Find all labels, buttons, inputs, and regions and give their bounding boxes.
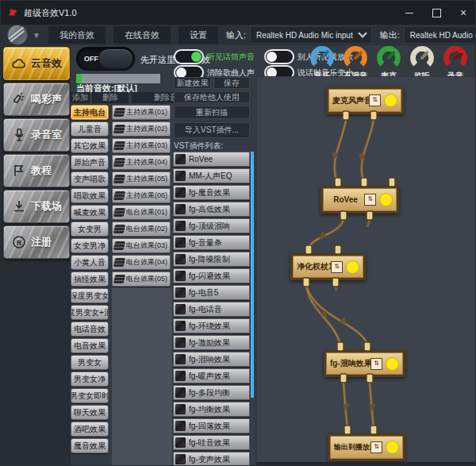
minimize-button[interactable] (396, 1, 423, 25)
category-button[interactable]: 儿童音 (71, 121, 109, 137)
sidebar-item-tutorial[interactable]: 教程 (3, 154, 70, 187)
preset-item[interactable]: 电台效果(01) (112, 205, 171, 220)
vst-scrollbar-track[interactable] (251, 152, 254, 466)
sort-arrows-icon[interactable]: ⇅ (369, 94, 381, 106)
input-device-select[interactable]: Realtek HD Audio Mic input (250, 26, 372, 44)
rescan-button[interactable]: 重新扫描 (174, 106, 250, 119)
import-vst-button[interactable]: 导入VST插件... (174, 122, 250, 138)
preset-item[interactable]: 主持效果(04) (112, 155, 171, 170)
vst-plugin-item[interactable]: fg-电音5 (173, 285, 250, 300)
category-button[interactable]: 唱歌效果 (71, 188, 109, 203)
toggle-hear-mic[interactable] (174, 49, 204, 64)
preset-item[interactable]: 电台效果(05) (112, 272, 171, 287)
category-button[interactable]: 其它效果 (71, 138, 109, 153)
node-purify-staff[interactable]: 净化权杖1 ⇅ (290, 253, 366, 280)
category-button[interactable]: 原始声音 (71, 155, 109, 170)
category-button[interactable]: 女变男净 (71, 238, 109, 253)
category-button[interactable]: 小黄人音 (71, 255, 109, 270)
chevron-down-icon[interactable]: ▼ (33, 31, 40, 40)
preset-item[interactable]: 主持效果(05) (112, 171, 171, 187)
node-indicator[interactable] (386, 357, 399, 371)
sidebar-item-cloud-effects[interactable]: 云音效 (3, 47, 70, 80)
node-rovee[interactable]: RoVee ⇅ (321, 186, 399, 214)
category-button[interactable]: 深度男变女 (71, 288, 109, 303)
sort-arrows-icon[interactable]: ⇅ (370, 358, 382, 370)
vst-plugin-item[interactable]: MM-人声EQ (173, 168, 250, 183)
vst-plugin-item[interactable]: fg-高低效果 (173, 202, 250, 217)
vst-plugin-item[interactable]: fg-回落效果 (173, 418, 250, 433)
sort-arrows-icon[interactable]: ⇅ (331, 261, 343, 273)
preset-item[interactable]: 电台效果(03) (112, 238, 171, 253)
logo-button[interactable] (7, 25, 28, 45)
vst-plugin-item[interactable]: fg-混响效果 (173, 352, 250, 367)
tab-settings[interactable]: 设置 (178, 26, 218, 44)
close-button[interactable]: × (450, 1, 476, 25)
preset-item[interactable]: 主持效果(02) (112, 121, 171, 137)
node-indicator[interactable] (346, 260, 359, 274)
tab-add[interactable]: 添加 (71, 92, 90, 103)
node-indicator[interactable] (384, 94, 397, 107)
maximize-button[interactable] (423, 1, 450, 25)
node-reverb-effect[interactable]: fg-混响效果 ⇅ (324, 350, 405, 377)
vst-plugin-icon (175, 237, 186, 248)
category-button[interactable]: 男变女 (71, 355, 109, 370)
tab-delete[interactable]: 删除 (92, 92, 129, 103)
preset-item[interactable]: 主持效果(06) (112, 188, 171, 203)
vst-plugin-item[interactable]: fg-电话音 (173, 302, 250, 317)
category-button[interactable]: 喊麦效果 (71, 205, 109, 220)
vst-plugin-item[interactable]: fg-音量条 (173, 235, 250, 250)
node-graph-canvas[interactable]: 麦克风声音 ⇅ RoVee ⇅ 净化权杖1 ⇅ fg-混响效果 ⇅ 输出到播放或… (256, 76, 476, 466)
node-output[interactable]: 输出到播放或录音 ⇅ (328, 433, 405, 461)
sort-arrows-icon[interactable]: ⇅ (370, 441, 382, 453)
output-device-select[interactable]: Realtek HD Audio output (404, 26, 476, 44)
vst-plugin-item[interactable]: fg-环绕效果 (173, 318, 250, 333)
sort-arrows-icon[interactable]: ⇅ (364, 194, 376, 206)
vst-scrollbar-thumb[interactable] (251, 152, 254, 398)
category-button[interactable]: 男变女净 (71, 372, 109, 387)
node-mic-input[interactable]: 麦克风声音 ⇅ (326, 87, 404, 114)
category-button[interactable]: 主持电台 (71, 105, 109, 120)
horizontal-scrollbar[interactable] (256, 462, 476, 466)
node-indicator[interactable] (386, 441, 399, 454)
save-for-others-button[interactable]: 保存给他人使用 (174, 91, 250, 103)
category-button[interactable]: 变声唱歌 (71, 171, 109, 187)
category-button[interactable]: 电音效果 (71, 338, 109, 353)
vst-plugin-item[interactable]: fg-闪避效果 (173, 268, 250, 283)
category-button[interactable]: 电话音效 (71, 322, 109, 337)
vst-plugin-item[interactable]: fg-变声效果 (173, 452, 250, 466)
save-button[interactable]: 保存 (213, 77, 250, 89)
toggle-others-hear-music[interactable] (264, 49, 294, 64)
preset-item[interactable]: 电台效果(04) (112, 255, 171, 270)
tab-online-effects[interactable]: 在线音效 (113, 26, 171, 44)
vst-plugin-item[interactable]: fg-哇音效果 (173, 435, 250, 450)
sidebar-item-downloads[interactable]: 下载场 (3, 190, 70, 223)
sidebar-item-label: 云音效 (31, 56, 62, 71)
preset-item[interactable]: 主持效果(01) (112, 105, 171, 120)
vst-plugin-item[interactable]: fg-激励效果 (173, 335, 250, 350)
vst-plugin-item[interactable]: fg-暖声效果 (173, 368, 250, 383)
node-indicator[interactable] (379, 193, 393, 206)
sidebar-item-register[interactable]: R 注册 (3, 225, 70, 259)
preset-label: 主持效果(05) (126, 174, 167, 184)
power-toggle[interactable]: OFF (76, 47, 135, 71)
category-button[interactable]: 酒吧效果 (71, 422, 109, 437)
vst-plugin-item[interactable]: RoVee (173, 152, 250, 167)
sidebar-item-recording-studio[interactable]: 录音室 (3, 118, 70, 152)
preset-item[interactable]: 主持效果(03) (112, 138, 171, 153)
vst-plugin-item[interactable]: fg-魔音效果 (173, 185, 250, 200)
vst-plugin-item[interactable]: fg-降噪限制 (173, 252, 250, 267)
sidebar-item-cheer-sounds[interactable]: 喝彩声 (3, 83, 70, 116)
category-button[interactable]: 女变男 (71, 221, 109, 237)
vst-plugin-item[interactable]: fg-顶级混响 (173, 218, 250, 233)
category-button[interactable]: 搞怪效果 (71, 272, 109, 287)
category-button[interactable]: 聊天效果 (71, 405, 109, 420)
category-button[interactable]: 男变女即时 (71, 388, 109, 403)
new-effect-button[interactable]: 新建效果 (174, 77, 211, 89)
category-button[interactable]: 深度男变女+混响 (71, 305, 109, 320)
preset-item[interactable]: 电台效果(02) (112, 221, 171, 237)
tab-my-effects[interactable]: 我的音效 (48, 26, 106, 44)
preset-label: 电台效果(03) (126, 241, 167, 251)
vst-plugin-item[interactable]: fg-均衡效果 (173, 402, 250, 417)
category-button[interactable]: 魔音效果 (71, 438, 109, 453)
vst-plugin-item[interactable]: fg-多段均衡 (173, 385, 250, 400)
